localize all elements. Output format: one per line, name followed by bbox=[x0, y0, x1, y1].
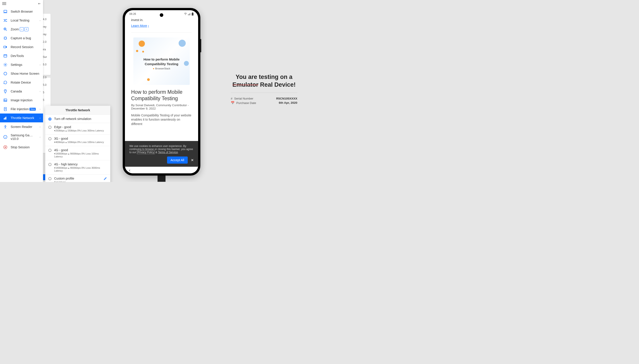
accept-all-button[interactable]: Accept All bbox=[167, 156, 188, 164]
sidebar-item-label: Rotate Device bbox=[11, 81, 31, 84]
chevron-right-icon: › bbox=[40, 108, 40, 110]
bug-icon bbox=[3, 36, 8, 40]
cookie-text: We use cookies to enhance user experienc… bbox=[129, 144, 193, 154]
throttle-option-5[interactable]: Custom profileSet Values bbox=[45, 174, 110, 182]
throttle-option-detail: ▾250kbps ▴ 150kbps 0% Loss 300ms Latency bbox=[54, 129, 104, 132]
sidebar-item-gear[interactable]: Settings› bbox=[0, 60, 43, 69]
sidebar-item-stop[interactable]: Stop Session bbox=[0, 143, 43, 152]
throttle-option-label: Turn off network simulation bbox=[54, 117, 91, 120]
battery-icon bbox=[191, 12, 194, 16]
sidebar-item-video[interactable]: Record Session bbox=[0, 42, 43, 52]
new-badge: New bbox=[30, 108, 36, 110]
sidebar-item-label: DevTools bbox=[11, 54, 24, 58]
svg-rect-24 bbox=[190, 13, 190, 15]
headline: You are testing on a Emulator Real Devic… bbox=[231, 73, 297, 89]
sidebar-item-label: Screen Reader bbox=[11, 125, 32, 128]
learn-more-link[interactable]: Learn More bbox=[131, 24, 149, 28]
back-icon[interactable]: ‹ bbox=[129, 168, 130, 173]
throttle-option-1[interactable]: Edge - good▾250kbps ▴ 150kbps 0% Loss 30… bbox=[45, 123, 110, 134]
device-screen[interactable]: 06:26 invest in. Learn More How to perfo… bbox=[125, 10, 198, 173]
sidebar-item-label: Throttle Network bbox=[11, 116, 34, 120]
throttle-popup: Throttle Network Turn off network simula… bbox=[45, 106, 110, 182]
chevron-right-icon: › bbox=[40, 126, 40, 128]
device-frame: 06:26 invest in. Learn More How to perfo… bbox=[123, 8, 200, 176]
sidebar-item-file[interactable]: File InjectionNew› bbox=[0, 105, 43, 114]
circle-icon bbox=[3, 72, 8, 76]
sidebar-item-accessibility[interactable]: Screen Reader› bbox=[0, 122, 43, 131]
chevron-right-icon: › bbox=[40, 19, 40, 22]
date-label: Purchase Date bbox=[236, 101, 256, 105]
svg-rect-15 bbox=[6, 117, 7, 120]
article-card-image[interactable]: How to perform Mobile Compatibility Test… bbox=[133, 38, 190, 85]
zoom-out-button[interactable]: − bbox=[20, 27, 24, 31]
signal-icon bbox=[188, 13, 191, 15]
article-snippet: invest in. bbox=[131, 18, 192, 22]
camera-notch bbox=[160, 13, 163, 17]
laptop-icon bbox=[3, 9, 8, 14]
throttle-option-detail: Set Values bbox=[54, 181, 74, 182]
sidebar-item-label: Image Injection bbox=[11, 98, 32, 102]
svg-point-16 bbox=[5, 125, 6, 126]
serial-value: R5CN105XXXX bbox=[276, 97, 297, 100]
rotate-icon bbox=[3, 80, 8, 85]
sidebar-item-info[interactable]: Samsung Ga…v10.0› bbox=[0, 131, 43, 143]
accessibility-icon bbox=[3, 124, 8, 129]
svg-rect-14 bbox=[5, 118, 6, 119]
hamburger-icon[interactable] bbox=[2, 3, 6, 4]
image-icon bbox=[3, 98, 8, 102]
throttle-option-3[interactable]: 4G - good▾18000kbps ▴ 9000kbps 0% Loss 1… bbox=[45, 146, 110, 160]
sidebar-item-label: Stop Session bbox=[11, 146, 30, 149]
sidebar-item-circle[interactable]: Show Home Screen bbox=[0, 69, 43, 78]
sidebar-item-zoom[interactable]: Zoom−+ bbox=[0, 25, 43, 34]
svg-point-8 bbox=[4, 72, 7, 75]
svg-point-4 bbox=[4, 37, 7, 39]
sidebar-item-rotate[interactable]: Rotate Device bbox=[0, 78, 43, 87]
edit-icon[interactable] bbox=[104, 177, 107, 181]
sidebar-item-bug[interactable]: Capture a bug bbox=[0, 34, 43, 42]
svg-rect-0 bbox=[4, 10, 7, 12]
sidebar-item-label: Settings bbox=[11, 63, 22, 66]
radio-icon bbox=[48, 149, 52, 152]
chevron-right-icon: › bbox=[40, 136, 40, 138]
sidebar-item-bars[interactable]: Throttle Network› bbox=[0, 114, 43, 122]
throttle-option-detail: ▾18000kbps ▴ 9000kbps 0% Loss 3000ms Lat… bbox=[54, 166, 107, 172]
privacy-policy-link[interactable]: Privacy Policy bbox=[137, 150, 155, 154]
radio-icon bbox=[48, 177, 52, 180]
svg-rect-26 bbox=[192, 12, 193, 13]
gear-icon bbox=[3, 62, 8, 67]
sidebar-item-label: Canada bbox=[11, 90, 22, 93]
hash-icon: # bbox=[231, 97, 232, 100]
svg-point-9 bbox=[5, 90, 6, 91]
terms-link[interactable]: Terms of Service bbox=[158, 151, 178, 154]
collapse-icon[interactable]: ⇤ bbox=[38, 2, 41, 5]
card-brand: BrowserStack bbox=[133, 67, 190, 70]
throttle-option-2[interactable]: 3G - good▾400kbps ▴ 100kbps 0% Loss 100m… bbox=[45, 134, 110, 146]
devtools-icon bbox=[3, 54, 8, 58]
chevron-right-icon: › bbox=[40, 64, 40, 66]
sidebar-item-shuffle[interactable]: Local Testing› bbox=[0, 16, 43, 25]
radio-icon bbox=[48, 137, 52, 140]
status-icons bbox=[184, 12, 194, 16]
sidebar-item-label: Local Testing bbox=[11, 18, 29, 22]
device-info-panel: You are testing on a Emulator Real Devic… bbox=[231, 73, 297, 106]
throttle-option-0[interactable]: Turn off network simulation bbox=[45, 114, 110, 123]
shuffle-icon bbox=[3, 18, 8, 22]
sidebar-item-devtools[interactable]: DevTools bbox=[0, 52, 43, 60]
sidebar-item-label: Switch Browser bbox=[11, 10, 33, 13]
status-time: 06:26 bbox=[129, 12, 136, 16]
svg-point-20 bbox=[185, 15, 186, 15]
throttle-option-label: 3G - good bbox=[54, 137, 104, 140]
sidebar-item-image[interactable]: Image Injection bbox=[0, 96, 43, 105]
sidebar-item-pin[interactable]: Canada› bbox=[0, 87, 43, 96]
svg-rect-5 bbox=[4, 46, 6, 48]
article-title[interactable]: How to perform Mobile Compatibility Test… bbox=[131, 89, 192, 102]
throttle-option-4[interactable]: 4G - high latency▾18000kbps ▴ 9000kbps 0… bbox=[45, 160, 110, 174]
zoom-in-button[interactable]: + bbox=[25, 27, 29, 31]
sidebar-item-laptop[interactable]: Switch Browser bbox=[0, 7, 43, 16]
throttle-title: Throttle Network bbox=[45, 106, 110, 114]
close-icon[interactable]: ✕ bbox=[191, 158, 194, 162]
strikethrough-text: Emulator bbox=[232, 81, 258, 88]
throttle-option-label: Edge - good bbox=[54, 125, 104, 129]
sidebar-item-label: File Injection bbox=[11, 107, 29, 111]
sidebar: ⇤ Switch BrowserLocal Testing›Zoom−+Capt… bbox=[0, 0, 43, 182]
